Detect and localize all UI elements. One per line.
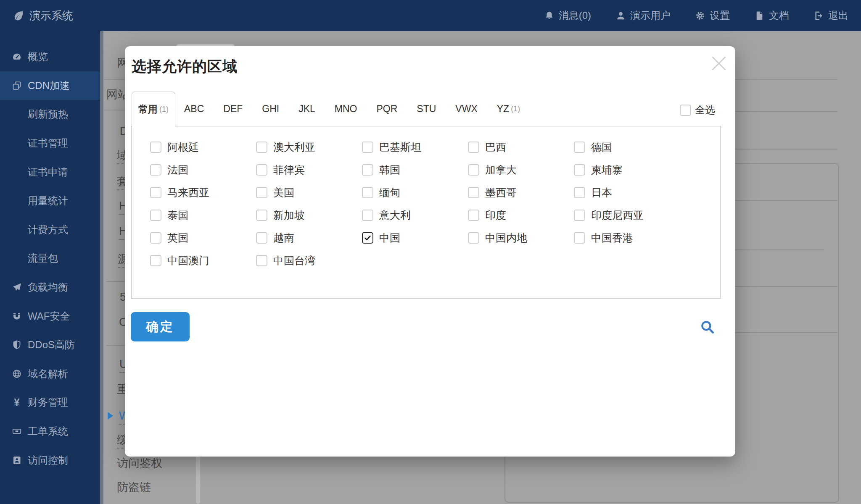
sidebar-item-ddos[interactable]: DDoS高防 — [0, 331, 100, 360]
checkbox-icon[interactable] — [468, 232, 479, 244]
region-checkbox-japan[interactable]: 日本 — [574, 181, 680, 204]
region-checkbox-china[interactable]: 中国 — [362, 226, 468, 249]
checkbox-icon[interactable] — [150, 164, 161, 176]
region-checkbox-indonesia[interactable]: 印度尼西亚 — [574, 204, 680, 226]
region-checkbox-italy[interactable]: 意大利 — [362, 204, 468, 226]
sidebar-item-cert-manage[interactable]: 证书管理 — [0, 129, 100, 158]
checkbox-icon[interactable] — [574, 142, 585, 153]
checkbox-icon[interactable] — [574, 210, 585, 221]
sidebar-item-cdn[interactable]: CDN加速 — [0, 71, 100, 100]
brand[interactable]: 演示系统 — [0, 8, 73, 23]
checkbox-icon[interactable] — [362, 164, 373, 176]
tab-pqr[interactable]: PQR — [368, 92, 408, 126]
checkbox-icon[interactable] — [574, 187, 585, 198]
sidebar-item-overview[interactable]: 概览 — [0, 42, 100, 71]
checkbox-icon[interactable] — [362, 232, 373, 244]
checkbox-icon[interactable] — [680, 105, 691, 116]
sidebar-item-cert-apply[interactable]: 证书申请 — [0, 158, 100, 186]
tab-jkl[interactable]: JKL — [290, 92, 326, 126]
region-checkbox-hongkong[interactable]: 中国香港 — [574, 226, 680, 249]
sidebar-item-access-control[interactable]: 访问控制 — [0, 446, 100, 475]
checkbox-icon[interactable] — [150, 232, 161, 244]
paper-plane-icon — [12, 282, 22, 292]
checkbox-icon[interactable] — [468, 142, 479, 153]
sidebar-item-finance[interactable]: ¥ 财务管理 — [0, 388, 100, 417]
checkbox-icon[interactable] — [256, 142, 267, 153]
topbar: 演示系统 消息(0) 演示用户 设置 文档 退出 — [0, 0, 861, 31]
region-checkbox-vietnam[interactable]: 越南 — [256, 226, 362, 249]
region-checkbox-thailand[interactable]: 泰国 — [150, 204, 256, 226]
sidebar-menu: 概览 CDN加速 刷新预热 证书管理 证书申请 用量统计 计费方式 流量包 负载… — [0, 31, 100, 475]
checkbox-icon[interactable] — [150, 210, 161, 221]
region-checkbox-cambodia[interactable]: 柬埔寨 — [574, 158, 680, 181]
region-checkbox-malaysia[interactable]: 马来西亚 — [150, 181, 256, 204]
checkbox-icon[interactable] — [256, 232, 267, 244]
region-checkbox-brazil[interactable]: 巴西 — [468, 136, 574, 158]
region-checkbox-pakistan[interactable]: 巴基斯坦 — [362, 136, 468, 158]
messages-menu-item[interactable]: 消息(0) — [544, 9, 591, 22]
region-checkbox-uk[interactable]: 英国 — [150, 226, 256, 249]
region-checkbox-china-mainland[interactable]: 中国内地 — [468, 226, 574, 249]
region-checkbox-canada[interactable]: 加拿大 — [468, 158, 574, 181]
tab-vwx[interactable]: VWX — [446, 92, 488, 126]
messages-label: 消息(0) — [559, 9, 591, 22]
checkbox-icon[interactable] — [468, 164, 479, 176]
user-menu-item[interactable]: 演示用户 — [615, 9, 671, 22]
checkbox-icon[interactable] — [256, 255, 267, 266]
checkbox-icon[interactable] — [362, 142, 373, 153]
logout-menu-item[interactable]: 退出 — [813, 9, 848, 22]
region-checkbox-australia[interactable]: 澳大利亚 — [256, 136, 362, 158]
select-all-checkbox[interactable]: 全选 — [680, 103, 715, 117]
region-checkbox-usa[interactable]: 美国 — [256, 181, 362, 204]
region-checkbox-germany[interactable]: 德国 — [574, 136, 680, 158]
region-checkbox-france[interactable]: 法国 — [150, 158, 256, 181]
docs-menu-item[interactable]: 文档 — [754, 9, 789, 22]
checkbox-icon[interactable] — [468, 187, 479, 198]
checkbox-icon[interactable] — [574, 232, 585, 244]
region-checkbox-macau[interactable]: 中国澳门 — [150, 249, 256, 272]
region-checkbox-philippines[interactable]: 菲律宾 — [256, 158, 362, 181]
user-label: 演示用户 — [630, 9, 671, 22]
tab-abc[interactable]: ABC — [175, 92, 214, 126]
checkbox-icon[interactable] — [468, 210, 479, 221]
checkbox-icon[interactable] — [574, 164, 585, 176]
sidebar: 概览 CDN加速 刷新预热 证书管理 证书申请 用量统计 计费方式 流量包 负载… — [0, 31, 100, 504]
tab-def[interactable]: DEF — [214, 92, 253, 126]
shield-icon — [12, 340, 22, 350]
region-checkbox-myanmar[interactable]: 缅甸 — [362, 181, 468, 204]
sidebar-item-traffic-package[interactable]: 流量包 — [0, 244, 100, 273]
sidebar-item-dns[interactable]: 域名解析 — [0, 360, 100, 388]
region-checkbox-singapore[interactable]: 新加坡 — [256, 204, 362, 226]
checkbox-icon[interactable] — [256, 164, 267, 176]
settings-menu-item[interactable]: 设置 — [695, 9, 730, 22]
region-checkbox-india[interactable]: 印度 — [468, 204, 574, 226]
sidebar-item-billing-mode[interactable]: 计费方式 — [0, 215, 100, 244]
tab-ghi[interactable]: GHI — [253, 92, 290, 126]
checkbox-icon[interactable] — [150, 187, 161, 198]
sidebar-item-refresh-preheat[interactable]: 刷新预热 — [0, 100, 100, 129]
globe-icon — [12, 369, 22, 379]
modal-title: 选择允许的区域 — [132, 57, 238, 76]
tab-yz[interactable]: YZ(1) — [488, 92, 529, 126]
sidebar-item-waf[interactable]: WAF安全 — [0, 302, 100, 331]
checkbox-icon[interactable] — [256, 187, 267, 198]
tab-common[interactable]: 常用(1) — [132, 92, 175, 127]
sidebar-item-tickets[interactable]: 工单系统 — [0, 417, 100, 446]
region-checkbox-korea[interactable]: 韩国 — [362, 158, 468, 181]
sidebar-item-load-balance[interactable]: 负载均衡 — [0, 273, 100, 302]
tab-mno[interactable]: MNO — [326, 92, 368, 126]
region-checkbox-taiwan[interactable]: 中国台湾 — [256, 249, 362, 272]
tab-stu[interactable]: STU — [408, 92, 446, 126]
checkbox-icon[interactable] — [256, 210, 267, 221]
search-button[interactable] — [700, 319, 716, 335]
close-button[interactable] — [708, 54, 729, 75]
checkbox-icon[interactable] — [150, 255, 161, 266]
region-checkbox-mexico[interactable]: 墨西哥 — [468, 181, 574, 204]
region-checkbox-argentina[interactable]: 阿根廷 — [150, 136, 256, 158]
checkbox-icon[interactable] — [362, 187, 373, 198]
checkbox-icon[interactable] — [150, 142, 161, 153]
confirm-button[interactable]: 确定 — [131, 312, 190, 341]
logout-label: 退出 — [828, 9, 848, 22]
checkbox-icon[interactable] — [362, 210, 373, 221]
sidebar-item-usage-stats[interactable]: 用量统计 — [0, 186, 100, 215]
